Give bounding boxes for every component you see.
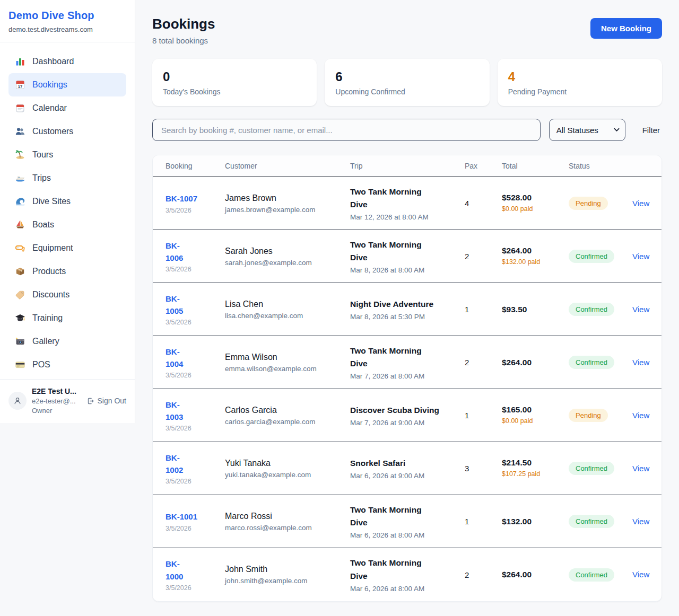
total-cell: $264.00 xyxy=(502,358,569,367)
customer-cell: Yuki Tanakayuki.tanaka@example.com xyxy=(225,459,350,479)
paid-amount: $132.00 paid xyxy=(502,258,544,267)
booking-id-link[interactable]: BK-1001 xyxy=(166,511,197,523)
tag-icon xyxy=(15,289,25,300)
trip-name: Two Tank Morning Dive xyxy=(350,557,439,582)
customer-name: Lisa Chen xyxy=(225,300,350,309)
stat-value: 0 xyxy=(163,69,306,85)
sidebar-item-pos[interactable]: POS xyxy=(8,353,126,376)
sidebar-item-equipment[interactable]: Equipment xyxy=(8,236,126,260)
booking-id-link[interactable]: BK- 1000 xyxy=(166,558,183,583)
page-subtitle: 8 total bookings xyxy=(152,36,215,45)
brand-title: Demo Dive Shop xyxy=(8,10,126,22)
island-icon xyxy=(15,149,25,160)
view-link[interactable]: View xyxy=(632,517,649,526)
pax-value: 3 xyxy=(465,464,502,473)
trip-name: Snorkel Safari xyxy=(350,457,439,470)
view-link[interactable]: View xyxy=(632,305,649,314)
diving-mask-icon xyxy=(15,243,25,253)
user-email: e2e-tester@... xyxy=(32,397,81,405)
sidebar-item-customers[interactable]: Customers xyxy=(8,120,126,143)
search-input[interactable] xyxy=(152,119,541,141)
status-badge: Confirmed xyxy=(569,250,614,263)
view-link[interactable]: View xyxy=(632,358,649,367)
column-header-customer: Customer xyxy=(225,162,350,170)
customer-name: Marco Rossi xyxy=(225,512,350,521)
view-link[interactable]: View xyxy=(632,252,649,261)
view-link[interactable]: View xyxy=(632,464,649,473)
customer-email: james.brown@example.com xyxy=(225,206,350,214)
table-row: BK- 10023/5/2026Yuki Tanakayuki.tanaka@e… xyxy=(153,442,661,495)
booking-id-link[interactable]: BK- 1003 xyxy=(166,399,183,424)
booking-date: 3/5/2026 xyxy=(166,425,225,432)
sidebar-item-training[interactable]: Training xyxy=(8,306,126,330)
sidebar-item-boats[interactable]: Boats xyxy=(8,213,126,236)
brand-domain: demo.test.divestreams.com xyxy=(8,25,126,33)
status-filter-wrap: All Statuses xyxy=(549,119,625,141)
sign-out-icon xyxy=(86,397,94,405)
user-name: E2E Test U... xyxy=(32,387,81,395)
customer-email: marco.rossi@example.com xyxy=(225,524,350,532)
bookings-table: Booking Customer Trip Pax Total Status B… xyxy=(152,155,662,602)
trip-cell: Two Tank Morning DiveMar 6, 2026 at 8:00… xyxy=(350,504,465,539)
trip-datetime: Mar 8, 2026 at 8:00 AM xyxy=(350,266,465,274)
new-booking-button[interactable]: New Booking xyxy=(590,18,662,39)
table-row: BK- 10053/5/2026Lisa Chenlisa.chen@examp… xyxy=(153,283,661,336)
sidebar-item-bookings[interactable]: 17 Bookings xyxy=(8,73,126,96)
column-header-pax: Pax xyxy=(465,162,502,170)
customer-name: James Brown xyxy=(225,193,350,203)
customer-cell: Marco Rossimarco.rossi@example.com xyxy=(225,512,350,532)
customer-email: lisa.chen@example.com xyxy=(225,312,350,320)
total-cell: $132.00 xyxy=(502,517,569,526)
status-filter-select[interactable]: All Statuses xyxy=(549,119,625,141)
sidebar-item-gallery[interactable]: Gallery xyxy=(8,330,126,353)
stat-value: 4 xyxy=(508,69,651,85)
sidebar-item-trips[interactable]: Trips xyxy=(8,166,126,190)
booking-id-link[interactable]: BK- 1005 xyxy=(166,293,183,318)
trip-cell: Two Tank Morning DiveMar 12, 2026 at 8:0… xyxy=(350,186,465,221)
sidebar-item-tours[interactable]: Tours xyxy=(8,143,126,166)
booking-id-link[interactable]: BK- 1006 xyxy=(166,240,183,265)
table-header: Booking Customer Trip Pax Total Status xyxy=(153,155,661,177)
sidebar-item-products[interactable]: Products xyxy=(8,260,126,283)
stats-row: 0 Today's Bookings 6 Upcoming Confirmed … xyxy=(152,59,662,106)
total-cell: $264.00$132.00 paid xyxy=(502,246,569,267)
table-row: BK-10013/5/2026Marco Rossimarco.rossi@ex… xyxy=(153,495,661,548)
trip-name: Two Tank Morning Dive xyxy=(350,345,439,370)
table-row: BK- 10043/5/2026Emma Wilsonemma.wilson@e… xyxy=(153,336,661,389)
customer-name: Carlos Garcia xyxy=(225,406,350,415)
sidebar-item-calendar[interactable]: Calendar xyxy=(8,96,126,120)
view-cell: View xyxy=(632,517,649,526)
stat-card-todays-bookings: 0 Today's Bookings xyxy=(152,59,317,106)
customer-cell: James Brownjames.brown@example.com xyxy=(225,193,350,214)
status-cell: Confirmed xyxy=(569,356,632,369)
booking-id-link[interactable]: BK-1007 xyxy=(166,192,197,205)
sidebar: Demo Dive Shop demo.test.divestreams.com… xyxy=(0,0,135,423)
customer-name: Emma Wilson xyxy=(225,353,350,362)
sign-out-button[interactable]: Sign Out xyxy=(86,397,126,405)
booking-date: 3/5/2026 xyxy=(166,319,225,326)
trip-datetime: Mar 7, 2026 at 8:00 AM xyxy=(350,372,465,380)
status-badge: Pending xyxy=(569,409,608,422)
view-link[interactable]: View xyxy=(632,411,649,420)
trip-cell: Discover Scuba DivingMar 7, 2026 at 9:00… xyxy=(350,404,465,427)
status-badge: Confirmed xyxy=(569,515,614,528)
table-row: BK- 10003/5/2026John Smithjohn.smith@exa… xyxy=(153,548,661,601)
sidebar-item-discounts[interactable]: Discounts xyxy=(8,283,126,306)
sidebar-item-dashboard[interactable]: Dashboard xyxy=(8,50,126,73)
trip-datetime: Mar 8, 2026 at 5:30 PM xyxy=(350,313,465,321)
booking-id-link[interactable]: BK- 1004 xyxy=(166,346,183,371)
sidebar-item-dive-sites[interactable]: Dive Sites xyxy=(8,190,126,213)
trip-name: Discover Scuba Diving xyxy=(350,404,439,417)
stat-label: Today's Bookings xyxy=(163,87,306,96)
filter-button[interactable]: Filter xyxy=(642,126,660,135)
tear-off-calendar-icon xyxy=(15,103,25,113)
view-link[interactable]: View xyxy=(632,199,649,208)
page-title: Bookings xyxy=(152,16,215,32)
view-cell: View xyxy=(632,252,649,261)
status-badge: Confirmed xyxy=(569,303,614,316)
view-link[interactable]: View xyxy=(632,570,649,579)
stat-label: Upcoming Confirmed xyxy=(335,87,478,96)
package-icon xyxy=(15,266,25,277)
customer-email: carlos.garcia@example.com xyxy=(225,418,350,426)
booking-id-link[interactable]: BK- 1002 xyxy=(166,452,183,477)
